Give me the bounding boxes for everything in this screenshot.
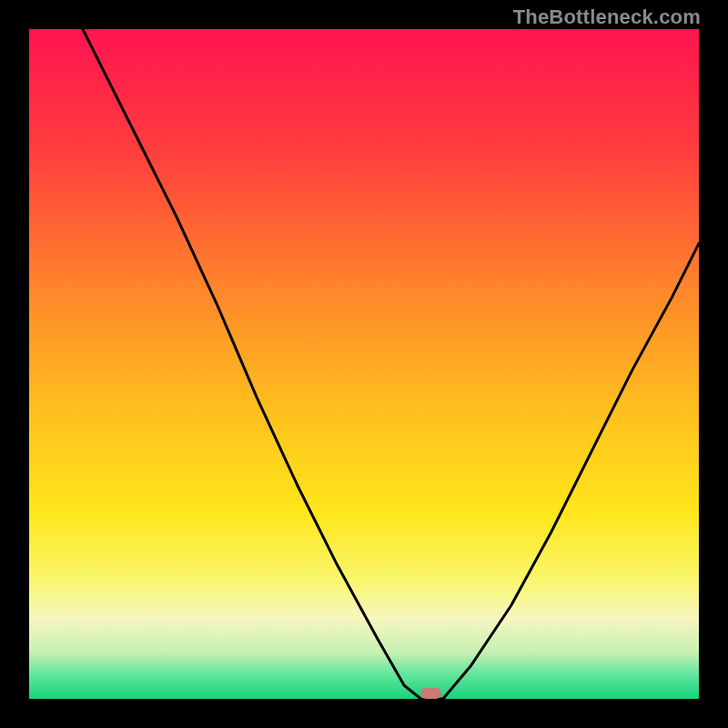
- optimal-marker: [420, 688, 442, 699]
- watermark-text: TheBottleneck.com: [513, 5, 701, 29]
- bottleneck-curve: [29, 29, 699, 699]
- plot-area: [29, 29, 699, 699]
- chart-frame: TheBottleneck.com: [0, 0, 728, 728]
